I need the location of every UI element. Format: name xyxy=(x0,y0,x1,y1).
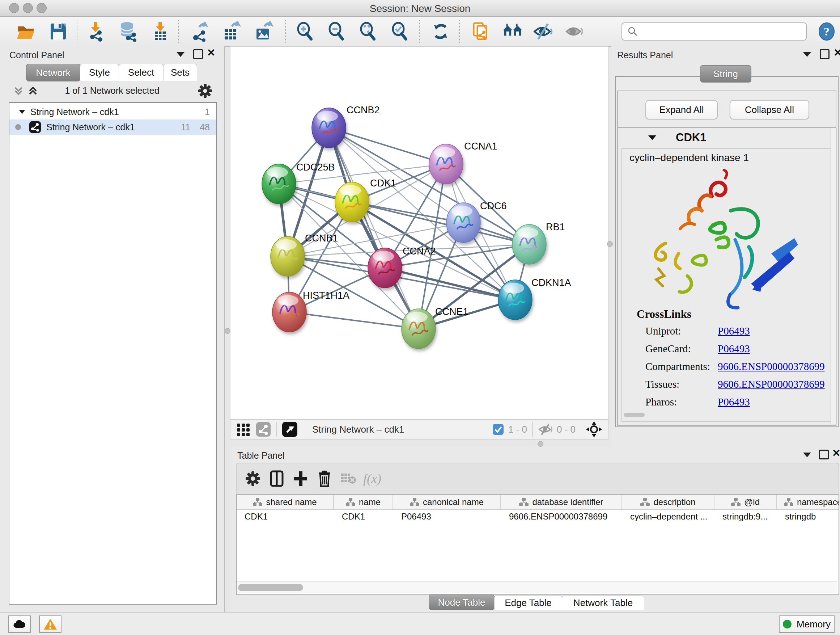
table-settings-gear-icon[interactable] xyxy=(241,468,265,489)
column-header[interactable]: name xyxy=(334,495,393,509)
export-image-icon[interactable] xyxy=(253,21,274,42)
table-cell[interactable]: 9606.ENSP00000378699 xyxy=(501,510,622,524)
float-panel-menu-icon[interactable] xyxy=(803,52,811,57)
collection-expand-icon[interactable] xyxy=(19,109,25,114)
network-node[interactable] xyxy=(498,280,532,320)
crosslink-link[interactable]: P06493 xyxy=(718,343,750,361)
network-overview-icon[interactable] xyxy=(256,422,271,437)
left-splitter-handle[interactable] xyxy=(225,328,231,334)
import-network-from-file-icon[interactable] xyxy=(85,21,106,42)
float-panel-icon[interactable] xyxy=(819,450,829,459)
close-panel-icon[interactable]: ✕ xyxy=(834,49,840,57)
network-node[interactable] xyxy=(368,248,402,288)
expand-all-networks-icon[interactable] xyxy=(27,85,39,99)
function-builder-icon[interactable]: f(x) xyxy=(360,468,384,489)
hidden-eye-icon[interactable] xyxy=(538,423,553,436)
network-node[interactable] xyxy=(447,203,480,242)
tab-string[interactable]: String xyxy=(700,65,752,82)
cloud-status-button[interactable] xyxy=(8,616,31,633)
tab-network[interactable]: Network xyxy=(26,64,80,81)
tab-sets[interactable]: Sets xyxy=(163,64,197,81)
network-canvas[interactable]: CCNB2CCNA1CDC25BCDK1CDC6RB1CCNB1CCNA2CDK… xyxy=(230,46,608,420)
memory-button[interactable]: Memory xyxy=(779,616,835,633)
results-vscrollbar[interactable] xyxy=(831,128,837,424)
network-node[interactable] xyxy=(272,292,306,332)
tab-style[interactable]: Style xyxy=(80,64,119,81)
table-cell[interactable]: cyclin–dependent ... xyxy=(622,510,714,524)
network-node[interactable] xyxy=(262,164,296,204)
table-cell[interactable]: stringdb:9... xyxy=(714,510,777,524)
gene-collapse-icon[interactable] xyxy=(648,135,656,140)
column-header[interactable]: @id xyxy=(714,495,777,509)
create-column-icon[interactable] xyxy=(289,468,313,489)
table-cell[interactable]: CDK1 xyxy=(237,510,334,524)
crosslink-link[interactable]: 9606.ENSP00000378699 xyxy=(718,378,825,396)
crosslink-link[interactable]: 9606.ENSP00000378699 xyxy=(718,361,825,378)
export-table-icon[interactable] xyxy=(221,21,242,42)
delete-table-icon[interactable] xyxy=(336,468,360,489)
network-row[interactable]: String Network – cdk1 11 48 xyxy=(9,119,216,135)
right-splitter-handle[interactable] xyxy=(607,241,613,247)
collapse-all-networks-icon[interactable] xyxy=(12,85,25,99)
warnings-button[interactable] xyxy=(39,616,62,633)
network-node[interactable] xyxy=(335,182,369,222)
crosslink-link[interactable]: P06493 xyxy=(718,325,750,343)
tab-edge-table[interactable]: Edge Table xyxy=(494,595,562,610)
collapse-all-button[interactable]: Collapse All xyxy=(729,100,809,119)
column-header[interactable]: database identifier xyxy=(501,495,622,509)
detach-view-icon[interactable] xyxy=(282,421,298,437)
column-header[interactable]: description xyxy=(622,495,714,509)
network-collection-row[interactable]: String Network – cdk1 1 xyxy=(9,104,216,119)
network-node[interactable] xyxy=(512,225,546,264)
network-node[interactable] xyxy=(401,309,436,348)
selected-checkbox-icon[interactable] xyxy=(493,424,504,435)
import-network-from-database-icon[interactable] xyxy=(117,21,138,42)
show-columns-icon[interactable] xyxy=(265,468,289,489)
float-panel-icon[interactable] xyxy=(820,49,829,59)
birds-eye-toggle-icon[interactable] xyxy=(586,421,602,438)
network-edge[interactable] xyxy=(385,268,515,300)
float-panel-menu-icon[interactable] xyxy=(177,52,185,57)
column-header[interactable]: namespace xyxy=(777,495,839,509)
first-neighbors-icon[interactable] xyxy=(502,21,523,42)
export-network-icon[interactable] xyxy=(189,21,210,42)
hide-selection-icon[interactable] xyxy=(532,21,554,42)
grid-view-icon[interactable] xyxy=(236,422,251,437)
network-node[interactable] xyxy=(312,108,346,148)
inner-hscrollbar-thumb[interactable] xyxy=(624,413,645,417)
new-network-from-selection-icon[interactable] xyxy=(470,21,491,42)
refresh-view-icon[interactable] xyxy=(430,21,451,42)
network-edge[interactable] xyxy=(289,312,418,329)
tab-node-table[interactable]: Node Table xyxy=(429,594,494,610)
float-panel-menu-icon[interactable] xyxy=(803,453,811,457)
table-hscrollbar-thumb[interactable] xyxy=(238,584,303,591)
network-options-gear-icon[interactable] xyxy=(197,83,213,100)
close-panel-icon[interactable]: ✕ xyxy=(832,450,840,457)
open-session-icon[interactable] xyxy=(15,21,36,42)
column-header[interactable]: canonical name xyxy=(393,495,501,509)
tab-network-table[interactable]: Network Table xyxy=(562,595,644,610)
column-header[interactable]: shared name xyxy=(237,495,334,509)
expand-all-button[interactable]: Expand All xyxy=(645,100,718,119)
zoom-out-icon[interactable] xyxy=(326,21,347,42)
import-table-from-file-icon[interactable] xyxy=(150,21,171,42)
search-input[interactable] xyxy=(642,24,806,39)
table-cell[interactable]: CDK1 xyxy=(334,510,393,524)
tab-select[interactable]: Select xyxy=(118,64,164,81)
crosslink-link[interactable]: P06493 xyxy=(718,396,750,414)
fit-content-icon[interactable] xyxy=(357,21,378,42)
network-edge[interactable] xyxy=(329,128,446,164)
show-all-icon[interactable] xyxy=(564,21,585,42)
zoom-selected-region-icon[interactable] xyxy=(389,21,410,42)
network-node[interactable] xyxy=(429,144,463,184)
help-icon[interactable]: ? xyxy=(816,21,837,42)
zoom-in-icon[interactable] xyxy=(294,21,316,42)
delete-column-icon[interactable] xyxy=(313,468,336,489)
bottom-splitter-handle[interactable] xyxy=(538,441,543,447)
table-cell[interactable]: P06493 xyxy=(393,510,501,524)
close-panel-icon[interactable]: ✕ xyxy=(207,49,215,57)
network-node[interactable] xyxy=(271,236,305,276)
float-panel-icon[interactable] xyxy=(193,49,203,59)
save-session-icon[interactable] xyxy=(48,21,69,42)
table-cell[interactable]: stringdb xyxy=(777,510,839,524)
